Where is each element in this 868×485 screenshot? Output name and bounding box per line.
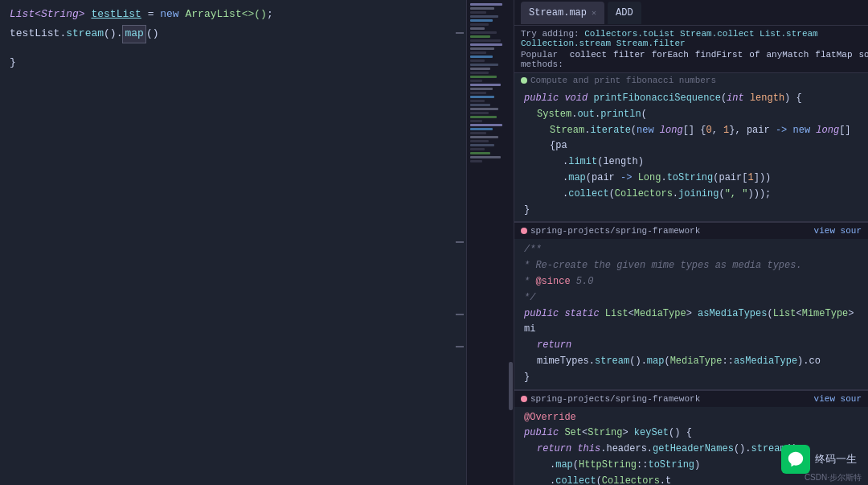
fib-dot-icon xyxy=(521,77,527,84)
mini-32 xyxy=(470,128,493,130)
fib-line-4: .limit(length) xyxy=(524,154,858,171)
code-content: List<String> testList = new ArrayList<>(… xyxy=(0,0,466,50)
method-of[interactable]: of xyxy=(749,50,760,69)
spring-block-1: spring-projects/spring-framework view so… xyxy=(514,222,868,388)
minimap xyxy=(466,0,514,485)
mini-6 xyxy=(470,23,489,26)
mini-40 xyxy=(470,160,482,162)
try-adding-label: Try adding: xyxy=(521,29,579,39)
suggestion-stream-filter[interactable]: Stream.filter xyxy=(616,39,686,48)
fibonacci-header: Compute and print fibonacci numbers xyxy=(514,73,868,88)
view-source-2[interactable]: view sour xyxy=(814,394,862,404)
dot1: . xyxy=(59,26,66,43)
view-source-1[interactable]: view sour xyxy=(814,226,862,236)
suggestion-collection-stream[interactable]: Collection.stream xyxy=(521,39,611,48)
csdn-label: CSDN·步尔斯特 xyxy=(805,472,862,483)
mini-16 xyxy=(470,64,498,66)
fold-1 xyxy=(456,32,464,34)
popular-methods-row: Popular methods: collect filter forEach … xyxy=(521,50,862,69)
mini-37 xyxy=(470,148,485,150)
map-highlighted: map xyxy=(122,25,145,43)
dot2: . xyxy=(117,26,123,43)
fib-line-6: .collect(Collectors.joining(", "))); xyxy=(524,187,858,203)
try-adding-row: Try adding: Collectors.toList Stream.col… xyxy=(521,29,862,48)
sp2-line-2: public Set<String> keySet() { xyxy=(524,425,858,442)
method-anymatch[interactable]: anyMatch xyxy=(766,50,809,69)
spring-source-1-text: spring-projects/spring-framework xyxy=(530,226,700,236)
watermark-text: 终码一生 xyxy=(815,452,857,467)
spring-source-2-text: spring-projects/spring-framework xyxy=(530,394,700,404)
mini-3 xyxy=(470,11,486,14)
closing-brace: } xyxy=(0,50,466,75)
sp2-line-1: @Override xyxy=(524,410,858,426)
fib-line-5: .map(pair -> Long.toString(pair[1])) xyxy=(524,171,858,187)
csdn-dot-icon-2 xyxy=(521,396,527,402)
mini-26 xyxy=(470,104,490,106)
wechat-icon xyxy=(781,445,810,474)
mini-8 xyxy=(470,31,497,34)
fibonacci-code: public void printFibonacciSequence(int l… xyxy=(514,88,868,221)
mini-35 xyxy=(470,140,489,142)
mini-21 xyxy=(470,84,501,86)
minimap-thumb[interactable] xyxy=(509,362,513,410)
map-parens: () xyxy=(146,26,159,43)
tab-add[interactable]: ADD xyxy=(608,2,641,24)
method-sorted[interactable]: sorted xyxy=(859,50,868,69)
tab-close-icon[interactable]: ✕ xyxy=(592,8,596,18)
suggestion-stream-collect[interactable]: Stream.collect xyxy=(680,29,754,39)
fib-line-1: public void printFibonacciSequence(int l… xyxy=(524,91,858,107)
left-code-editor[interactable]: List<String> testList = new ArrayList<>(… xyxy=(0,0,466,485)
fib-line-3: Stream.iterate(new long[] {0, 1}, pair -… xyxy=(524,123,858,155)
mini-5 xyxy=(470,19,493,22)
type-keyword: List<String> xyxy=(10,6,85,23)
suggestion-list-stream[interactable]: List.stream xyxy=(760,29,818,39)
right-panel-content[interactable]: Compute and print fibonacci numbers publ… xyxy=(514,73,868,485)
semicolon1: ; xyxy=(267,6,273,23)
spring-header-1: spring-projects/spring-framework view so… xyxy=(514,222,868,239)
mini-25 xyxy=(470,100,485,102)
mini-20 xyxy=(470,80,482,82)
mini-31 xyxy=(470,124,502,126)
mini-10 xyxy=(470,39,501,42)
mini-36 xyxy=(470,144,494,146)
fold-3 xyxy=(456,314,464,315)
popular-label: Popular methods: xyxy=(521,50,563,69)
mini-1 xyxy=(470,3,502,6)
mini-23 xyxy=(470,92,486,94)
code-line-2: testList . stream () . map () xyxy=(10,25,457,43)
mini-19 xyxy=(470,76,497,78)
spring-header-2: spring-projects/spring-framework view so… xyxy=(514,390,868,407)
tab-stream-map-label: Stream.map xyxy=(529,7,587,18)
method-filter[interactable]: filter xyxy=(613,50,645,69)
mini-2 xyxy=(470,7,494,10)
mini-30 xyxy=(470,120,482,122)
mini-28 xyxy=(470,112,489,114)
assign-op: = xyxy=(141,6,160,23)
fold-2 xyxy=(456,241,464,243)
tab-stream-map[interactable]: Stream.map ✕ xyxy=(521,2,604,24)
mini-17 xyxy=(470,68,490,70)
fibonacci-title: Compute and print fibonacci numbers xyxy=(530,76,716,85)
spring-source-1: spring-projects/spring-framework xyxy=(521,226,700,236)
fib-line-7: } xyxy=(524,203,858,219)
tab-add-label: ADD xyxy=(616,7,633,18)
spring-source-2: spring-projects/spring-framework xyxy=(521,394,700,404)
sp1-line-7: } xyxy=(524,370,858,386)
method-collect[interactable]: collect xyxy=(570,50,607,69)
testlist-ref: testList xyxy=(10,26,59,43)
tab-bar: Stream.map ✕ ADD xyxy=(514,0,868,26)
code-line-1: List<String> testList = new ArrayList<>(… xyxy=(10,6,457,23)
mini-34 xyxy=(470,136,498,138)
fibonacci-block: Compute and print fibonacci numbers publ… xyxy=(514,73,868,221)
sp1-line-5: public static List<MediaType> asMediaTyp… xyxy=(524,306,858,339)
mini-11 xyxy=(470,43,502,46)
method-flatmap[interactable]: flatMap xyxy=(815,50,852,69)
suggestion-collectors-tolist[interactable]: Collectors.toList xyxy=(584,29,674,39)
method-findfirst[interactable]: findFirst xyxy=(695,50,743,69)
fib-line-2: System.out.println( xyxy=(524,107,858,123)
mini-4 xyxy=(470,15,498,18)
mini-18 xyxy=(470,72,489,74)
info-bar: Try adding: Collectors.toList Stream.col… xyxy=(514,26,868,73)
fold-4 xyxy=(456,346,464,347)
method-foreach[interactable]: forEach xyxy=(652,50,689,69)
